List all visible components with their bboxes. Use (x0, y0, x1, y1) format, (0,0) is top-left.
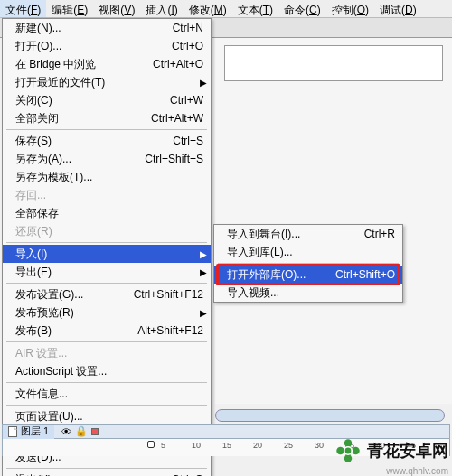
menu-item[interactable]: 全部保存 (3, 204, 211, 222)
menu-item-shortcut: Alt+Shift+F12 (128, 324, 203, 337)
menu-item-label: 发布预览(R) (15, 305, 203, 321)
menubar-item[interactable]: 文件(F) (0, 0, 46, 17)
timeline-tick-label: 25 (284, 441, 293, 450)
menu-separator (6, 405, 207, 406)
menu-item-label: 退出(X) (15, 472, 163, 477)
menu-item-label: 另存为(A)... (15, 152, 136, 167)
import-submenu: 导入到舞台(I)...Ctrl+R导入到库(L)...打开外部库(O)...Ct… (213, 224, 403, 303)
menu-item-label: 存回... (15, 188, 203, 203)
lock-icon[interactable]: 🔒 (75, 425, 88, 437)
menu-item-label: 还原(R) (15, 224, 203, 239)
menu-item[interactable]: 关闭(C)Ctrl+W (3, 91, 211, 109)
outline-toggle-icon[interactable] (91, 428, 99, 435)
menu-item-label: 全部保存 (15, 206, 203, 221)
timeline-tick-label: 20 (253, 441, 262, 450)
menu-item[interactable]: 在 Bridge 中浏览Ctrl+Alt+O (3, 55, 211, 73)
menu-item-label: 导出(E) (15, 265, 203, 280)
menubar-item[interactable]: 修改(M) (184, 0, 232, 17)
menubar-item[interactable]: 视图(V) (93, 0, 140, 17)
submenu-arrow-icon: ▶ (200, 249, 207, 259)
menubar-item[interactable]: 调试(D) (374, 0, 422, 17)
menubar: 文件(F)编辑(E)视图(V)插入(I)修改(M)文本(T)命令(C)控制(O)… (0, 0, 452, 18)
menu-item[interactable]: 导出(E)▶ (3, 263, 211, 281)
menu-separator (6, 382, 207, 383)
timeline-tick-label: 5 (161, 441, 165, 450)
menu-item[interactable]: 发布设置(G)...Ctrl+Shift+F12 (3, 285, 211, 303)
menu-item[interactable]: 保存(S)Ctrl+S (3, 132, 211, 150)
submenu-item[interactable]: 导入到舞台(I)...Ctrl+R (214, 225, 402, 243)
svg-point-7 (345, 448, 352, 454)
menu-separator (6, 341, 207, 342)
menu-separator (218, 263, 399, 264)
menubar-item[interactable]: 文本(T) (232, 0, 278, 17)
timeline-layer-row[interactable]: 图层 1 (3, 425, 54, 439)
watermark-url: www.qhhlv.com (333, 466, 448, 476)
submenu-item-shortcut: Ctrl+Shift+O (328, 268, 395, 281)
menu-item-shortcut: Ctrl+Shift+S (136, 153, 203, 165)
menu-item[interactable]: 页面设置(U)... (3, 407, 211, 425)
submenu-arrow-icon: ▶ (200, 78, 207, 88)
menu-separator (6, 129, 207, 130)
menubar-item[interactable]: 控制(O) (326, 0, 374, 17)
menubar-item[interactable]: 插入(I) (140, 0, 183, 17)
menu-item-shortcut: Ctrl+W (161, 94, 203, 107)
menu-item[interactable]: ActionScript 设置... (3, 362, 211, 380)
menu-item-label: 保存(S) (15, 134, 164, 149)
menu-item-label: 关闭(C) (15, 93, 161, 108)
menu-item[interactable]: 文件信息... (3, 385, 211, 403)
menu-item-label: 页面设置(U)... (15, 409, 203, 425)
menu-item-shortcut: Ctrl+N (164, 22, 203, 34)
menu-item-label: 在 Bridge 中浏览 (15, 57, 144, 72)
menu-item-label: 另存为模板(T)... (15, 170, 203, 185)
submenu-item-label: 打开外部库(O)... (227, 267, 328, 283)
menu-item[interactable]: 全部关闭Ctrl+Alt+W (3, 109, 211, 127)
menubar-item[interactable]: 编辑(E) (46, 0, 93, 17)
menu-item[interactable]: 打开最近的文件(T)▶ (3, 73, 211, 91)
menu-item[interactable]: 另存为模板(T)... (3, 168, 211, 186)
watermark-title: 青花安卓网 (367, 440, 448, 462)
menu-item-label: AIR 设置... (15, 346, 203, 361)
menu-item-label: 全部关闭 (15, 111, 142, 126)
submenu-item[interactable]: 导入视频... (214, 284, 402, 302)
timeline-tick-label: 30 (315, 441, 324, 450)
eye-icon[interactable]: 👁 (61, 426, 71, 437)
submenu-item[interactable]: 导入到库(L)... (214, 243, 402, 261)
menu-separator (6, 283, 207, 284)
layer-icon (8, 426, 17, 437)
submenu-item[interactable]: 打开外部库(O)...Ctrl+Shift+O (214, 266, 402, 284)
menu-item-label: 导入(I) (15, 247, 203, 262)
menu-item-shortcut: Ctrl+Alt+W (142, 112, 203, 125)
file-menu-dropdown: 新建(N)...Ctrl+N打开(O)...Ctrl+O在 Bridge 中浏览… (2, 18, 212, 476)
submenu-item-label: 导入到库(L)... (227, 245, 395, 260)
keyframe-icon[interactable] (147, 441, 155, 448)
menu-item-shortcut: Ctrl+O (163, 40, 203, 52)
menu-item-shortcut: Ctrl+S (164, 135, 203, 147)
submenu-arrow-icon: ▶ (200, 308, 207, 318)
layer-name: 图层 1 (21, 425, 49, 438)
menu-item-label: 打开最近的文件(T) (15, 75, 203, 90)
watermark: 青花安卓网 www.qhhlv.com (333, 435, 448, 476)
submenu-arrow-icon: ▶ (200, 267, 207, 277)
horizontal-scrollbar[interactable] (215, 409, 445, 422)
menu-item[interactable]: 发布预览(R)▶ (3, 303, 211, 322)
menu-item: AIR 设置... (3, 344, 211, 362)
menu-item-label: 发布(B) (15, 323, 128, 339)
timeline-tick-label: 10 (192, 441, 201, 450)
menu-item[interactable]: 发布(B)Alt+Shift+F12 (3, 322, 211, 340)
menu-item: 还原(R) (3, 222, 211, 240)
submenu-item-shortcut: Ctrl+R (357, 228, 395, 240)
menubar-item[interactable]: 命令(C) (278, 0, 326, 17)
menu-item-shortcut: Ctrl+Shift+F12 (125, 288, 203, 301)
menu-item[interactable]: 新建(N)...Ctrl+N (3, 19, 211, 37)
menu-separator (6, 242, 207, 243)
menu-item[interactable]: 另存为(A)...Ctrl+Shift+S (3, 150, 211, 168)
menu-item-label: 文件信息... (15, 387, 203, 402)
document-canvas[interactable] (224, 45, 443, 81)
menu-item[interactable]: 导入(I)▶ (3, 245, 211, 263)
menu-separator (6, 468, 207, 469)
timeline-tick-label: 15 (222, 441, 231, 450)
menu-item: 存回... (3, 186, 211, 204)
menu-item[interactable]: 退出(X)Ctrl+Q (3, 471, 211, 476)
menu-item[interactable]: 打开(O)...Ctrl+O (3, 37, 211, 55)
menu-item-label: 发布设置(G)... (15, 287, 125, 303)
